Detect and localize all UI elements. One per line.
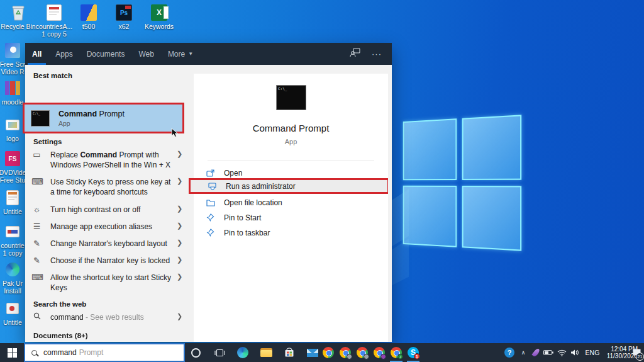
chevron-right-icon: ❯ <box>177 222 184 230</box>
chrome-button-3[interactable] <box>353 343 372 362</box>
task-view-button[interactable] <box>210 343 229 362</box>
excel-file-icon: X <box>150 4 168 21</box>
search-input-value: command <box>43 348 77 357</box>
chrome-icon: J <box>391 347 402 358</box>
keyboard-icon: ⌨ <box>31 273 42 282</box>
chevron-up-icon: ∧ <box>521 349 526 356</box>
windows-logo-pane <box>403 118 457 180</box>
setting-shortcut-sticky-keys[interactable]: ⌨ Allow the shortcut key to start Sticky… <box>31 273 184 293</box>
chrome-icon <box>323 347 334 358</box>
chrome-icon <box>340 347 351 358</box>
skype-icon: S 1 <box>408 347 419 358</box>
chrome-icon <box>357 347 368 358</box>
tab-apps[interactable]: Apps <box>48 43 79 65</box>
chevron-down-icon: ▼ <box>188 51 193 57</box>
app-icon <box>4 42 21 59</box>
chrome-button-2[interactable] <box>336 343 355 362</box>
taskbar-search-box[interactable]: command Prompt <box>24 343 185 362</box>
documents-section-header[interactable]: Documents (8+) <box>33 332 88 339</box>
wifi-icon <box>557 349 567 356</box>
windows-search-flyout: All Apps Documents Web More▼ ··· Best ma… <box>25 43 392 342</box>
fs-app-icon: FS <box>4 150 21 167</box>
edge-icon <box>237 347 248 358</box>
narrator-icon: ✎ <box>31 239 42 248</box>
setting-narrator-keyboard-layout[interactable]: ✎ Change Narrator's keyboard layout ❯ <box>31 239 184 249</box>
tab-more[interactable]: More▼ <box>161 43 200 65</box>
tray-battery-button[interactable] <box>542 343 555 362</box>
photoshop-file-icon: Ps <box>115 4 133 21</box>
chevron-right-icon: ❯ <box>177 150 184 158</box>
tab-web[interactable]: Web <box>131 43 160 65</box>
best-match-subtitle: App <box>58 120 125 127</box>
action-pin-to-taskbar[interactable]: Pin to taskbar <box>194 225 388 240</box>
panel-edge <box>388 65 392 342</box>
chrome-button-5[interactable]: J <box>387 343 406 362</box>
desktop-icon-t500[interactable]: t500 <box>70 4 107 30</box>
image-file-icon <box>4 116 21 133</box>
search-suggestion-text: Prompt <box>79 348 104 357</box>
action-open-file-location[interactable]: Open file location <box>194 195 388 210</box>
command-prompt-icon-large: C:\_ <box>276 85 306 110</box>
search-icon <box>31 312 42 322</box>
panel-gutter <box>189 65 194 342</box>
cortana-button[interactable] <box>186 343 205 362</box>
setting-high-contrast[interactable]: ☼ Turn high contrast on or off ❯ <box>31 205 184 215</box>
web-result-command[interactable]: command - See web results ❯ <box>31 312 184 322</box>
mail-icon <box>307 349 318 357</box>
chrome-button-1[interactable] <box>319 343 338 362</box>
chevron-right-icon: ❯ <box>177 177 184 185</box>
skype-button[interactable]: S 1 <box>404 343 423 362</box>
windows-logo-pane <box>462 115 521 180</box>
battery-icon <box>543 349 553 356</box>
edge-button[interactable] <box>233 343 252 362</box>
action-pin-to-start[interactable]: Pin to Start <box>194 210 388 225</box>
list-icon: ☰ <box>31 222 42 231</box>
tray-help-button[interactable]: ? <box>502 343 517 362</box>
action-center-button[interactable]: 21 <box>629 343 644 362</box>
setting-app-execution-aliases[interactable]: ☰ Manage app execution aliases ❯ <box>31 222 184 232</box>
desktop-icon-countriesA[interactable]: countriesA...1 copy 5 <box>36 4 72 38</box>
file-explorer-button[interactable] <box>257 343 275 362</box>
tray-app-button[interactable] <box>530 343 542 362</box>
narrator-icon: ✎ <box>31 256 42 265</box>
more-options-icon[interactable]: ··· <box>372 49 382 59</box>
chevron-right-icon: ❯ <box>177 273 184 281</box>
setting-sticky-keys[interactable]: ⌨ Use Sticky Keys to press one key at a … <box>31 177 184 197</box>
preview-pane: C:\_ Command Prompt App Open Run as admi… <box>194 74 388 342</box>
microsoft-store-button[interactable] <box>280 343 299 362</box>
start-button[interactable] <box>0 343 24 362</box>
tray-network-button[interactable] <box>555 343 568 362</box>
winrar-archive-icon <box>4 79 21 97</box>
tab-documents[interactable]: Documents <box>80 43 132 65</box>
chrome-button-4[interactable] <box>370 343 389 362</box>
tray-language-indicator[interactable]: ENG <box>582 343 602 362</box>
document-icon <box>45 4 63 21</box>
desktop-icon-x62[interactable]: Ps x62 <box>106 4 142 30</box>
setting-replace-command-prompt[interactable]: ▭ Replace Command Prompt with Windows Po… <box>31 150 184 170</box>
setting-narrator-key-locked[interactable]: ✎ Choose if the Narrator key is locked ❯ <box>31 256 184 266</box>
desktop-icon-keywords[interactable]: X Keywords <box>141 4 177 30</box>
microsoft-store-icon <box>284 348 294 358</box>
feather-icon <box>531 348 540 357</box>
chevron-right-icon: ❯ <box>177 205 184 213</box>
windows-logo <box>403 115 521 251</box>
chrome-icon <box>374 347 385 358</box>
windows-logo-pane <box>462 186 521 251</box>
tray-show-hidden-icons[interactable]: ∧ <box>517 343 530 362</box>
notification-count-badge: 21 <box>636 353 644 361</box>
desktop-icon-recycle-bin[interactable]: Recycle Bin <box>0 4 36 30</box>
chevron-right-icon: ❯ <box>177 312 184 320</box>
tab-all[interactable]: All <box>25 43 48 65</box>
notification-badge: 1 <box>414 353 420 359</box>
best-match-command-prompt[interactable]: C:\_ Command Prompt App <box>23 103 184 133</box>
document-icon <box>4 223 21 240</box>
search-filter-tabs: All Apps Documents Web More▼ ··· <box>25 43 392 65</box>
document-icon <box>4 189 21 206</box>
action-run-as-administrator[interactable]: Run as administrator <box>189 178 389 194</box>
keyboard-icon: ⌨ <box>31 177 42 186</box>
feedback-icon[interactable] <box>350 48 360 60</box>
tray-volume-button[interactable] <box>569 343 581 362</box>
command-prompt-icon: C:\_ <box>31 110 50 127</box>
desktop: Recycle Bin countriesA...1 copy 5 t500 P… <box>0 0 644 362</box>
image-file-icon <box>80 4 97 21</box>
